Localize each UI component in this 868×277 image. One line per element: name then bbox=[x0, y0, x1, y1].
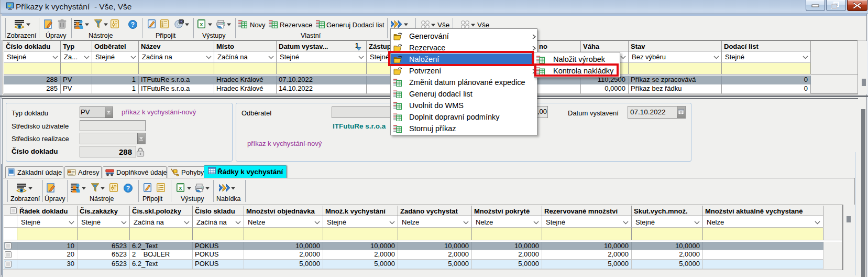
svg-text:x: x bbox=[200, 21, 203, 27]
svg-text:x: x bbox=[179, 185, 182, 191]
svg-text:?: ? bbox=[126, 185, 130, 192]
svg-text:?: ? bbox=[131, 21, 135, 28]
